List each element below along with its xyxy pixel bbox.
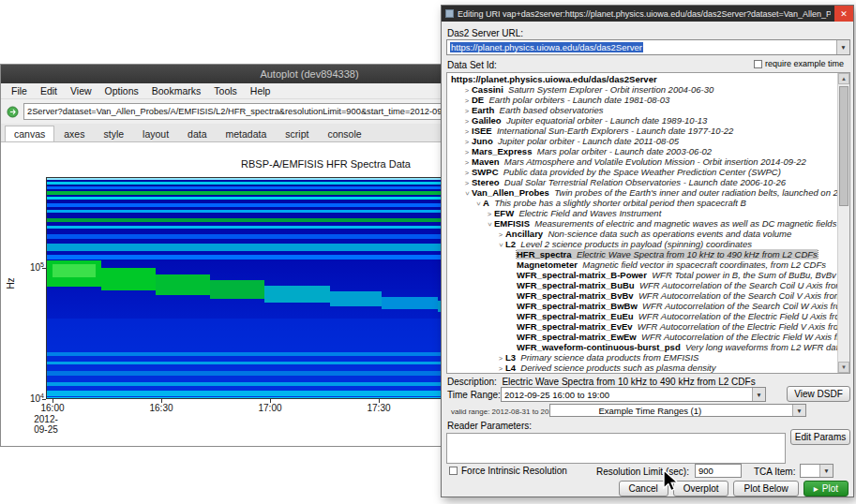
chevron-down-icon[interactable]: ▼ [792,405,805,416]
tree-item-wfr-spectral-matrix-bubu[interactable]: WFR_spectral-matrix_BuBu WFR Autocorrela… [447,280,837,290]
expander-icon[interactable]: > [496,230,505,239]
tree-item-wfr-spectral-matrix-bwbw[interactable]: WFR_spectral-matrix_BwBw WFR Autocorrela… [447,301,837,311]
expander-icon[interactable]: > [462,189,473,199]
resolution-limit-input[interactable]: 900 [695,464,742,478]
tree-item-maven[interactable]: >Maven Mars Atmosphere and Volatile Evol… [447,156,837,167]
x-tick-label: 16:00 [34,403,71,413]
expander-icon[interactable]: > [462,168,472,177]
require-example-time-label: require example time [765,59,844,68]
tree-item-wfr-spectral-matrix-eueu[interactable]: WFR_spectral-matrix_EuEu WFR Autocorrela… [447,311,837,321]
edit-params-button[interactable]: Edit Params [790,429,850,445]
expander-icon[interactable]: > [496,363,505,373]
tree-item-efw[interactable]: >EFW Electric Field and Waves Instrument [447,208,837,218]
tree-item-emfisis[interactable]: >EMFISIS Measurements of electric and ma… [447,218,837,229]
plot-button[interactable]: ▸Plot [803,481,848,497]
reader-params-input[interactable] [446,433,786,464]
expander-icon[interactable]: > [462,96,472,105]
scroll-up-icon[interactable]: ▲ [838,73,849,84]
tree-item-desc: Twin probes of the Earth's inner and out… [549,187,837,198]
scrollbar-thumb[interactable] [839,86,848,206]
plot-below-button[interactable]: Plot Below [733,481,798,497]
expander-icon[interactable]: > [462,126,472,136]
description-value: Electric Wave Spectra from 10 kHz to 490… [502,377,755,387]
expander-icon[interactable]: > [462,106,472,115]
menu-tools[interactable]: Tools [207,83,244,99]
tree-item-swpc[interactable]: >SWPC Public data provided by the Space … [447,167,837,177]
tab-metadata[interactable]: metadata [217,126,277,141]
chevron-down-icon[interactable]: ▼ [836,40,849,54]
tab-style[interactable]: style [94,126,133,141]
tab-canvas[interactable]: canvas [5,126,54,141]
menu-bookmarks[interactable]: Bookmarks [145,83,208,99]
tree-item-stereo[interactable]: >Stereo Dual Solar Terrestrial Relation … [447,177,837,187]
chevron-down-icon[interactable]: ▼ [819,465,833,477]
tree-scrollbar[interactable]: ▲ ▼ [837,73,849,373]
tree-item-earth[interactable]: >Earth Earth based observatories [447,105,837,115]
tree-item-de[interactable]: >DE Earth polar orbiters - Launch date 1… [447,95,837,105]
tree-item-l3[interactable]: >L3 Primary science data products from E… [447,352,837,363]
tree-item-desc: WFR Autocorrelation of the Electric Fiel… [637,332,837,342]
tab-layout[interactable]: layout [133,126,178,141]
tree-item-hfr-spectra[interactable]: HFR_spectra Electric Wave Spectra from 1… [447,249,837,259]
require-example-time-checkbox[interactable] [754,60,762,68]
expander-icon[interactable]: > [462,147,472,156]
chevron-down-icon[interactable]: ▼ [752,388,765,401]
tree-item-text: L2 Level 2 science products in payload (… [505,239,752,249]
expander-icon[interactable]: > [462,85,472,95]
tree-item-magnetometer[interactable]: Magnetometer Magnetic field vector in sp… [447,259,837,270]
tree-item-l4[interactable]: >L4 Derived science products such as pla… [447,363,837,373]
tree-item-text: Magnetometer Magnetic field vector in sp… [517,259,826,270]
tree-item-mars-express[interactable]: >Mars_Express Mars polar orbiter - Launc… [447,146,837,156]
menu-view[interactable]: View [64,83,98,99]
menu-edit[interactable]: Edit [34,83,64,99]
dialog-titlebar[interactable]: Editing URI vap+das2server:https://plane… [442,6,853,22]
menu-help[interactable]: Help [244,83,278,99]
tree-item-wfr-spectral-matrix-evev[interactable]: WFR_spectral-matrix_EvEv WFR Autocorrela… [447,321,837,332]
menu-options[interactable]: Options [98,83,145,99]
tab-script[interactable]: script [276,126,318,141]
dialog-close-icon[interactable]: ✕ [834,6,853,22]
tree-item-wfr-spectral-matrix-b-power[interactable]: WFR_spectral-matrix_B-Power WFR Total po… [447,270,837,280]
tree-item-wfr-spectral-matrix-bvbv[interactable]: WFR_spectral-matrix_BvBv WFR Autocorrela… [447,290,837,301]
force-intrinsic-checkbox[interactable] [449,467,458,475]
tree-item-isee[interactable]: >ISEE International Sun-Earth Explorers … [447,126,837,136]
tree-item-a[interactable]: >A This probe has a slightly shorter orb… [447,198,837,208]
tree-item-desc: WFR Autocorrelation of the Electric Fiel… [633,321,837,332]
tab-console[interactable]: console [318,126,370,141]
tree-item-galileo[interactable]: >Galileo Jupiter equatorial orbiter - La… [447,115,837,126]
expander-icon[interactable]: > [473,200,484,209]
scroll-down-icon[interactable]: ▼ [838,362,849,373]
tree-item-ancillary[interactable]: >Ancillary Non-science data such as oper… [447,229,837,239]
tree-item-text: WFR_spectral-matrix_EuEu WFR Autocorrela… [517,311,837,321]
tree-item-text: ISEE International Sun-Earth Explorers -… [472,126,733,136]
expander-icon[interactable]: > [485,209,494,218]
tree-item-wfr-waveform-continuous-burst-psd[interactable]: WFR_waveform-continuous-burst_psd Very l… [447,342,837,352]
example-time-ranges-combo[interactable]: Example Time Ranges (1) ▼ [549,404,806,417]
expander-icon[interactable]: > [485,220,495,230]
x-tick-label: 16:30 [143,403,180,413]
tab-axes[interactable]: axes [54,126,94,141]
expander-icon[interactable]: > [496,353,505,363]
expander-icon[interactable]: > [462,137,472,146]
tree-item-desc: WFR Autocorrelation of the Electric Fiel… [634,311,837,321]
tree-item-text: WFR_spectral-matrix_BvBv WFR Autocorrela… [517,290,837,301]
server-url-combo[interactable]: https://planet.physics.uiowa.edu/das/das… [446,39,850,55]
time-range-combo[interactable]: 2012-09-25 16:00 to 19:00 ▼ [501,387,766,402]
tree-item-cassini[interactable]: >Cassini Saturn System Explorer - Orbit … [447,84,837,95]
view-dsdf-button[interactable]: View DSDF [787,386,850,402]
tree-item-l2[interactable]: >L2 Level 2 science products in payload … [447,239,837,249]
expander-icon[interactable]: > [496,241,506,250]
menu-file[interactable]: File [5,83,34,99]
tca-item-combo[interactable]: ▼ [800,464,833,478]
tree-item-juno[interactable]: >Juno Jupiter polar orbiter - Launch dat… [447,136,837,146]
tree-item-https-planet-physics-uiowa-edu-das-das2server[interactable]: https://planet.physics.uiowa.edu/das/das… [447,74,837,84]
tree-item-wfr-spectral-matrix-ewew[interactable]: WFR_spectral-matrix_EwEw WFR Autocorrela… [447,332,837,342]
tab-data[interactable]: data [178,126,216,141]
tree-item-desc: Mars Atmosphere and Volatile Evolution M… [500,156,806,167]
tree-item-van-allen-probes[interactable]: >Van_Allen_Probes Twin probes of the Ear… [447,187,837,198]
tree-item-name: ISEE [472,126,492,136]
expander-icon[interactable]: > [462,157,472,167]
tree-item-text: L4 Derived science products such as plas… [505,363,715,373]
expander-icon[interactable]: > [462,116,472,126]
expander-icon[interactable]: > [462,178,472,187]
